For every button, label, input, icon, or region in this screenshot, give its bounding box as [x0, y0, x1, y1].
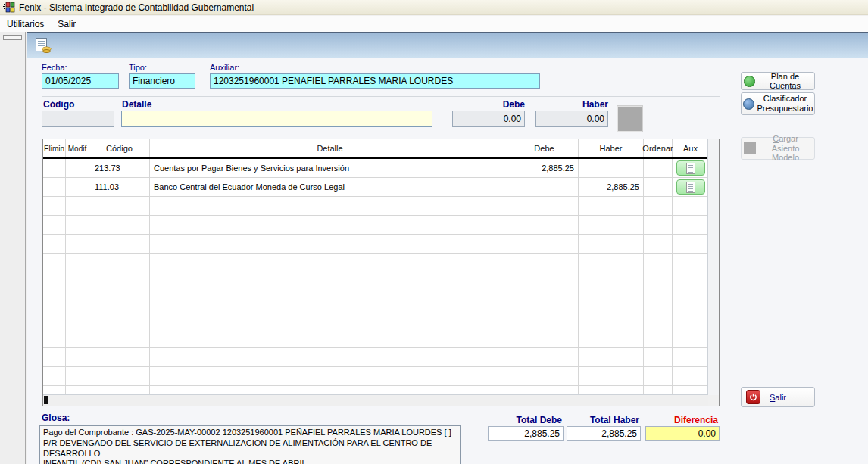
- cell-haber: [579, 254, 644, 272]
- debe-input[interactable]: 0.00: [452, 111, 525, 127]
- cell-elimin: [43, 348, 66, 366]
- cell-modif: [66, 235, 89, 253]
- cell-debe: [510, 197, 579, 215]
- fecha-input[interactable]: 01/05/2025: [42, 73, 119, 89]
- haber-input[interactable]: 0.00: [535, 111, 608, 127]
- cell-detalle: Cuentas por Pagar Bienes y Servicios par…: [150, 159, 510, 177]
- cargar-asiento-label: Cargar AsientoModelo: [759, 134, 812, 163]
- cell-ordenar: [644, 310, 673, 329]
- aux-document-button[interactable]: [676, 160, 705, 176]
- cell-codigo: [89, 216, 150, 234]
- plan-de-cuentas-label: Plan de Cuentas: [758, 72, 812, 90]
- power-icon: [746, 390, 760, 404]
- cell-ordenar: [644, 367, 673, 385]
- codigo-input[interactable]: [42, 111, 114, 127]
- new-voucher-icon[interactable]: [36, 38, 51, 53]
- vertical-scrollbar[interactable]: [707, 139, 719, 395]
- table-row-empty: [43, 197, 708, 216]
- grid-column-header[interactable]: Debe: [510, 139, 579, 157]
- clasificador-presupuestario-button[interactable]: ClasificadorPresupuestario: [741, 92, 815, 115]
- cell-codigo: [89, 367, 150, 385]
- auxiliar-input[interactable]: 1203251960001 PEÑAFIEL PARRALES MARIA LO…: [210, 73, 540, 89]
- glosa-label: Glosa:: [42, 413, 70, 423]
- table-row-empty: [43, 272, 708, 291]
- cell-haber: [579, 197, 644, 215]
- cell-elimin: [43, 367, 66, 385]
- scrollbar-corner: [708, 395, 719, 406]
- cell-elimin: [43, 159, 66, 177]
- grid-column-header[interactable]: Elimin: [43, 139, 66, 157]
- entries-table: EliminModifCódigoDetalleDebeHaberOrdenar…: [42, 139, 720, 406]
- tipo-input[interactable]: Financiero: [129, 73, 195, 89]
- diferencia-label: Diferencia: [645, 415, 718, 425]
- cell-elimin: [43, 291, 66, 310]
- scrollbar-thumb[interactable]: [44, 396, 48, 404]
- cell-aux: [673, 235, 708, 253]
- cell-codigo: [89, 254, 150, 272]
- total-haber-field: 2,885.25: [567, 426, 641, 441]
- grid-column-header[interactable]: Ordenar: [644, 139, 673, 157]
- cell-codigo: [89, 329, 150, 347]
- cell-haber: 2,885.25: [579, 178, 644, 196]
- cell-ordenar: [644, 329, 673, 347]
- cell-haber: [579, 291, 644, 310]
- cell-modif: [66, 291, 89, 310]
- entry-action-button[interactable]: [617, 106, 642, 132]
- cell-aux: [673, 254, 708, 272]
- table-row[interactable]: 111.03Banco Central del Ecuador Moneda d…: [43, 178, 708, 197]
- plan-de-cuentas-button[interactable]: Plan de Cuentas: [741, 72, 815, 90]
- cell-aux: [673, 367, 708, 385]
- cell-aux: [673, 348, 708, 366]
- collapsed-side-panel[interactable]: [0, 32, 26, 464]
- menu-bar: Utilitarios Salir: [0, 16, 868, 32]
- aux-document-button[interactable]: [676, 179, 705, 195]
- cell-modif: [66, 216, 89, 234]
- cell-ordenar: [644, 178, 673, 196]
- gray-square-icon: [744, 142, 756, 154]
- detalle-input[interactable]: [121, 111, 432, 127]
- grid-column-header[interactable]: Haber: [579, 139, 644, 157]
- grid-column-header[interactable]: Aux: [673, 139, 708, 157]
- cell-detalle: [150, 348, 510, 366]
- cell-modif: [66, 329, 89, 347]
- grid-column-header[interactable]: Modif: [66, 139, 89, 157]
- horizontal-scrollbar[interactable]: [43, 394, 708, 406]
- panel-splitter-handle[interactable]: [3, 35, 22, 40]
- cell-detalle: [150, 329, 510, 347]
- menu-item-salir[interactable]: Salir: [51, 17, 83, 31]
- cell-ordenar: [644, 348, 673, 366]
- cell-debe: 2,885.25: [510, 159, 579, 177]
- menu-item-utilitarios[interactable]: Utilitarios: [0, 17, 51, 31]
- cell-codigo: [89, 235, 150, 253]
- cell-haber: [579, 329, 644, 347]
- cell-ordenar: [644, 216, 673, 234]
- cell-debe: [510, 367, 579, 385]
- cell-detalle: Banco Central del Ecuador Moneda de Curs…: [150, 178, 510, 196]
- cell-aux: [673, 310, 708, 329]
- grid-header-row: EliminModifCódigoDetalleDebeHaberOrdenar…: [43, 139, 708, 159]
- cell-detalle: [150, 367, 510, 385]
- cell-elimin: [43, 310, 66, 329]
- total-haber-label: Total Haber: [567, 415, 639, 425]
- application-window: { "window": { "title": "Fenix - Sistema …: [0, 0, 868, 464]
- salir-button[interactable]: Salir: [741, 387, 815, 407]
- cell-haber: [579, 272, 644, 291]
- cell-modif: [66, 348, 89, 366]
- cell-ordenar: [644, 254, 673, 272]
- cell-elimin: [43, 272, 66, 291]
- cell-aux: [673, 216, 708, 234]
- total-debe-field: 2,885.25: [488, 426, 564, 441]
- cell-modif: [66, 159, 89, 177]
- codigo-label: Código: [43, 99, 74, 110]
- cell-haber: [579, 159, 644, 177]
- title-bar: Fenix - Sistema Integrado de Contabilida…: [0, 0, 868, 15]
- cell-codigo: [89, 348, 150, 366]
- table-row[interactable]: 213.73Cuentas por Pagar Bienes y Servici…: [43, 159, 708, 178]
- cell-codigo: 213.73: [89, 159, 150, 177]
- cell-debe: [510, 348, 579, 366]
- cell-debe: [510, 272, 579, 291]
- glosa-textarea[interactable]: Pago del Comprobante : GAS-2025-MAY-0000…: [39, 425, 461, 464]
- grid-area: EliminModifCódigoDetalleDebeHaberOrdenar…: [43, 139, 708, 395]
- grid-column-header[interactable]: Detalle: [150, 139, 510, 157]
- grid-column-header[interactable]: Código: [89, 139, 150, 157]
